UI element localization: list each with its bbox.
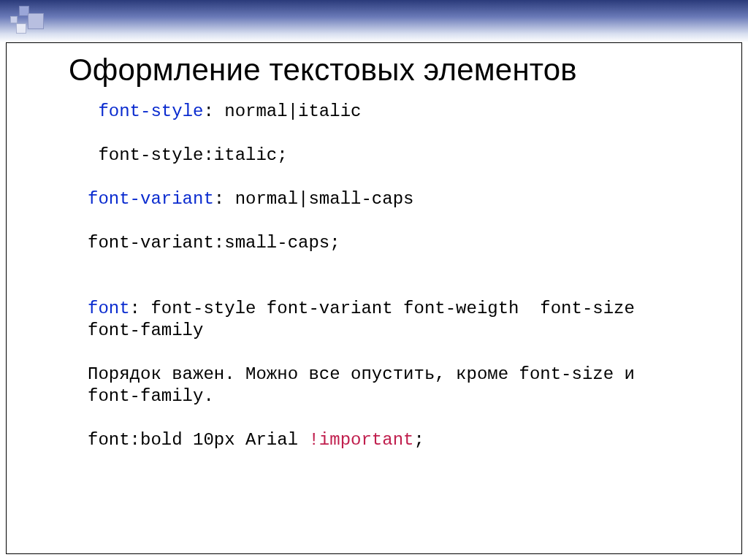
code-line: Порядок важен. Можно все опустить, кроме… xyxy=(88,364,645,406)
code-line: font-variant:small-caps; xyxy=(88,233,340,253)
code-line: font-style:italic; xyxy=(88,145,288,165)
prop-values: : font-style font-variant font-weigth fo… xyxy=(88,299,645,340)
corner-squares-icon xyxy=(9,4,48,44)
font-example: font:bold 10px Arial xyxy=(88,430,308,450)
header-gradient xyxy=(0,0,748,42)
prop-values: : normal|small-caps xyxy=(214,189,414,209)
semicolon: ; xyxy=(413,430,424,450)
slide-title: Оформление текстовых элементов xyxy=(69,53,577,88)
code-line: font:bold 10px Arial !important; xyxy=(88,430,424,450)
code-line: font: font-style font-variant font-weigt… xyxy=(88,299,645,340)
code-line: font-variant: normal|small-caps xyxy=(88,189,413,209)
prop-name: font-variant xyxy=(88,189,214,209)
prop-values: : normal|italic xyxy=(203,101,361,121)
code-line: font-style: normal|italic xyxy=(88,101,361,121)
prop-name: font xyxy=(88,299,130,318)
code-block: font-style: normal|italic font-style:ita… xyxy=(88,101,665,451)
important-flag: !important xyxy=(308,430,413,450)
prop-name: font-style xyxy=(98,101,203,121)
